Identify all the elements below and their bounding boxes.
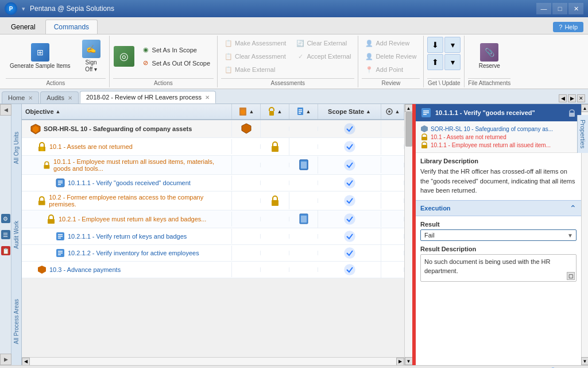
add-point-button[interactable]: 📍 Add Point (362, 63, 407, 76)
generate-sample-button[interactable]: ⊞ Generate Sample Items (6, 40, 75, 72)
result-desc-expand-button[interactable]: ▢ (567, 272, 575, 280)
left-nav-strip: ◀ ⚙ ☰ 📋 ▶ (0, 104, 11, 365)
clear-external-button[interactable]: 🔄 Clear External (293, 37, 354, 49)
signoff-button[interactable]: ✍ SignOff ▾ (77, 37, 106, 76)
table-row[interactable]: 10.2.1.2 - Verify inventory for active e… (22, 245, 404, 262)
maximize-button[interactable]: □ (552, 3, 567, 14)
tab-audits-close[interactable]: ✕ (68, 95, 72, 101)
table-row[interactable]: 10.2 - Former employee retains access to… (22, 191, 404, 210)
tab-next-button[interactable]: ▶ (568, 94, 576, 102)
tab-audits[interactable]: Audits ✕ (40, 91, 79, 103)
scroll-left-button[interactable]: ◀ (22, 358, 30, 366)
cell-10.1-icon3 (289, 144, 318, 149)
col-scope[interactable]: Scope State ▲ (318, 104, 381, 119)
tab-general[interactable]: General (2, 20, 44, 34)
tab-controls: ◀ ▶ ✕ (558, 93, 586, 103)
right-scroll-down[interactable]: ▼ (581, 357, 589, 365)
cell-10.1-icon2 (261, 138, 289, 155)
nav-icon-settings[interactable]: ⚙ (1, 214, 10, 223)
getupdate-items: ⬇ ▾ ⬆ ▾ (427, 36, 461, 77)
result-select[interactable]: Fail Pass N/A Not Started (420, 229, 577, 241)
add-review-button[interactable]: 👤 Add Review (362, 37, 413, 49)
svg-point-16 (345, 141, 355, 152)
tab-review-close[interactable]: ✕ (205, 94, 210, 101)
doc-icon (298, 159, 310, 171)
tab-commands[interactable]: Commands (45, 20, 98, 34)
breadcrumb-item-1[interactable]: 10.1 - Assets are not returned (431, 134, 506, 140)
tab-close-all-button[interactable]: ✕ (577, 94, 585, 102)
lock-icon-small (269, 140, 281, 153)
v-scroll-thumb[interactable] (405, 112, 412, 147)
make-assessment-button[interactable]: 📋 Make Assessment (221, 37, 289, 49)
execution-section-header[interactable]: Execution ⌃ (416, 200, 581, 216)
table-row[interactable]: 10.1 - Assets are not returned (22, 138, 404, 156)
nav-arrow-up[interactable]: ◀ (0, 104, 11, 116)
table-row[interactable]: SOR-HR-SL 10 - Safeguarding of company a… (22, 120, 404, 138)
tab-review[interactable]: 2018-02 - Review of HR Leavers process ✕ (80, 91, 216, 103)
scroll-up-button[interactable]: ▲ (405, 104, 413, 112)
accept-external-button[interactable]: ✓ Accept External (293, 50, 354, 63)
tab-home-close[interactable]: ✕ (28, 95, 33, 101)
reserve-button[interactable]: 📎 Reserve (475, 40, 504, 72)
table-row[interactable]: 10.2.1 - Employee must return all keys a… (22, 210, 404, 228)
tab-home[interactable]: Home ✕ (2, 91, 39, 103)
right-scroll-up[interactable]: ▲ (581, 104, 589, 112)
audit-work-label: Audit Work (12, 218, 21, 251)
svg-point-43 (345, 248, 355, 258)
getupdate-btn2[interactable]: ▾ (444, 37, 461, 53)
h-scroll-track[interactable] (30, 358, 396, 365)
set-in-scope-button[interactable]: ◉ Set As In Scope (138, 44, 214, 56)
tab-prev-button[interactable]: ◀ (559, 94, 567, 102)
breadcrumb-item-2[interactable]: 10.1.1 - Employee must return all issued… (431, 142, 551, 148)
scroll-down-button[interactable]: ▼ (405, 357, 413, 365)
minimize-button[interactable]: — (536, 3, 551, 14)
h-scrollbar: ◀ ▶ (22, 357, 404, 365)
close-button[interactable]: ✕ (568, 3, 583, 14)
cell-10.2-icon1 (232, 198, 261, 203)
col-icon3[interactable]: ▲ (289, 104, 318, 119)
ribbon-group-actions2-items: ◎ ◉ Set As In Scope ⊘ Set As Out Of Scop… (113, 36, 214, 77)
result-desc-label: Result Description (420, 246, 577, 252)
clear-assessment-label: Clear Assessment (235, 53, 286, 60)
getupdate-btn1[interactable]: ⬇ (427, 37, 443, 53)
col-objective[interactable]: Objective ▲ (22, 104, 232, 119)
scroll-right-button[interactable]: ▶ (396, 358, 404, 366)
col-extra[interactable]: ▲ (381, 104, 404, 119)
10.2.1.2-label: 10.2.1.2 - Verify inventory for active e… (68, 250, 199, 256)
svg-point-38 (345, 231, 355, 241)
cell-10.1.1.1-icon2 (261, 181, 289, 185)
table-row[interactable]: 10.1.1.1 - Verify "goods received" docum… (22, 175, 404, 191)
help-button[interactable]: ?Help (553, 22, 583, 32)
cell-sor-hr-extra (381, 126, 404, 131)
all-process-areas-tab[interactable]: All Process Areas (11, 278, 21, 365)
col-icon2[interactable]: ▲ (261, 104, 289, 119)
extra-header-icon (385, 108, 393, 116)
clear-assessment-button[interactable]: 📋 Clear Assessment (221, 50, 289, 63)
table-row[interactable]: 10.1.1 - Employee must return all issued… (22, 156, 404, 175)
audit-work-tab[interactable]: Audit Work (11, 191, 21, 278)
delete-review-icon: 👤 (365, 52, 373, 60)
shield-row-icon-2 (37, 264, 47, 275)
table-row[interactable]: 10.3 - Advance payments (22, 262, 404, 278)
nav-icon-list[interactable]: ☰ (1, 230, 10, 239)
all-org-units-tab[interactable]: All Org Units (11, 104, 21, 191)
cell-10.2.1.1-label: 10.2.1.1 - Verify return of keys and bad… (22, 229, 232, 244)
title-bar-left: P ▾ Pentana @ Sepia Solutions (5, 2, 114, 15)
make-external-button[interactable]: 📋 Make External (221, 63, 289, 76)
nav-icon-audit[interactable]: 📋 (1, 246, 10, 255)
col-objective-label: Objective (25, 108, 54, 115)
getupdate-btn3[interactable]: ⬆ (427, 54, 443, 70)
getupdate-btn4[interactable]: ▾ (444, 54, 461, 70)
breadcrumb-item-0[interactable]: SOR-HR-SL 10 - Safeguarding of company a… (431, 126, 553, 132)
col-icon1[interactable]: ▲ (232, 104, 261, 119)
cell-10.2.1.2-scope (318, 245, 381, 261)
generate-label: Generate Sample Items (10, 63, 71, 70)
assessment-col2: 🔄 Clear External ✓ Accept External (293, 37, 354, 76)
v-scroll-track[interactable] (405, 112, 412, 357)
sort-icon3: ▲ (306, 109, 311, 114)
nav-arrow-down[interactable]: ▶ (0, 354, 11, 365)
set-out-scope-button[interactable]: ⊘ Set As Out Of Scope (138, 57, 214, 70)
properties-toggle[interactable]: Properties (577, 115, 581, 153)
table-row[interactable]: 10.2.1.1 - Verify return of keys and bad… (22, 228, 404, 245)
delete-review-button[interactable]: 👤 Delete Review (362, 50, 420, 63)
